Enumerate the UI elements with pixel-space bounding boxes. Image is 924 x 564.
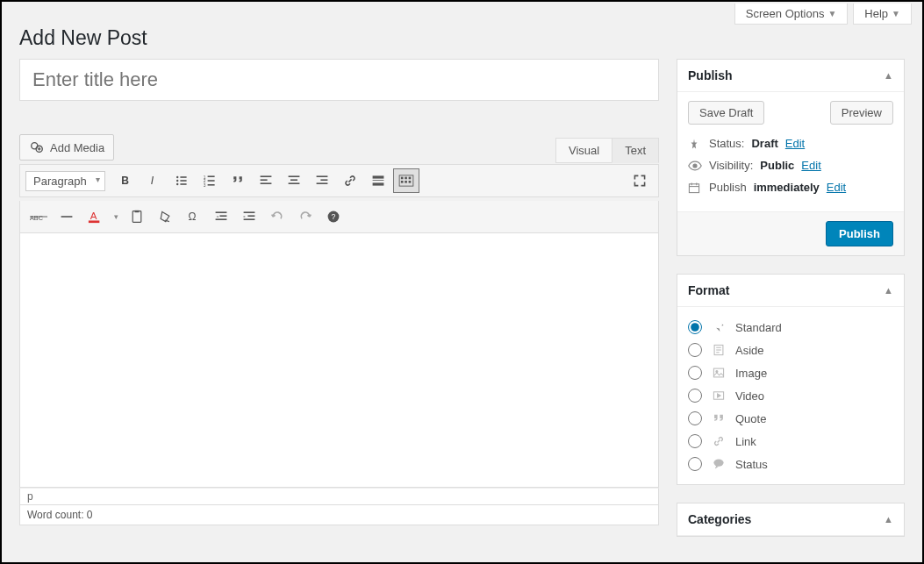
format-aside[interactable]: Aside [688, 339, 893, 361]
fullscreen-button[interactable] [627, 168, 653, 193]
read-more-button[interactable] [365, 168, 391, 193]
word-count: Word count: 0 [19, 505, 659, 525]
svg-rect-43 [216, 211, 227, 213]
indent-button[interactable] [236, 204, 262, 229]
publish-button[interactable]: Publish [826, 221, 893, 246]
edit-schedule-link[interactable]: Edit [827, 181, 846, 194]
editor-tab-text[interactable]: Text [612, 138, 659, 163]
link-icon [711, 435, 727, 447]
format-quote[interactable]: Quote [688, 407, 893, 430]
text-color-dropdown[interactable]: ▾ [110, 204, 122, 229]
horizontal-rule-button[interactable] [54, 204, 80, 229]
blockquote-button[interactable] [225, 168, 251, 193]
svg-text:Ω: Ω [188, 211, 196, 223]
pin-icon [688, 138, 702, 150]
format-status[interactable]: Status [688, 453, 893, 475]
edit-visibility-link[interactable]: Edit [801, 159, 820, 172]
align-center-button[interactable] [281, 168, 307, 193]
svg-rect-45 [216, 218, 227, 220]
chevron-down-icon: ▼ [827, 9, 836, 18]
collapse-icon[interactable]: ▲ [884, 514, 893, 525]
text-color-button[interactable]: A [82, 204, 108, 229]
italic-button[interactable]: I [140, 168, 167, 193]
editor-tab-visual[interactable]: Visual [555, 138, 612, 163]
undo-button[interactable] [264, 204, 290, 229]
svg-point-8 [176, 183, 178, 185]
collapse-icon[interactable]: ▲ [884, 285, 893, 296]
svg-text:B: B [121, 175, 129, 187]
paragraph-select[interactable]: Paragraph [25, 171, 105, 191]
image-icon [711, 367, 727, 379]
document-icon [711, 344, 727, 356]
numbered-list-button[interactable]: 123 [197, 168, 223, 193]
svg-rect-22 [316, 175, 327, 177]
screen-options-tab[interactable]: Screen Options▼ [734, 4, 849, 25]
svg-rect-26 [372, 180, 383, 181]
svg-rect-25 [372, 175, 383, 178]
special-char-button[interactable]: Ω [180, 204, 206, 229]
svg-point-51 [693, 164, 697, 168]
add-media-button[interactable]: Add Media [19, 134, 114, 161]
calendar-icon [688, 182, 702, 194]
svg-rect-40 [133, 211, 141, 223]
bullet-list-button[interactable] [168, 168, 195, 193]
format-standard[interactable]: Standard [688, 316, 893, 339]
publish-box: Publish ▲ Save Draft Preview Status: Dra… [677, 59, 905, 256]
redo-button[interactable] [292, 204, 319, 229]
save-draft-button[interactable]: Save Draft [688, 101, 764, 125]
quote-icon [711, 412, 727, 425]
format-title: Format [688, 283, 729, 297]
format-link[interactable]: Link [688, 430, 893, 453]
svg-rect-5 [180, 176, 186, 178]
svg-rect-29 [401, 177, 404, 180]
categories-title: Categories [688, 512, 751, 526]
svg-rect-15 [207, 184, 214, 186]
keyboard-help-button[interactable]: ? [320, 204, 347, 229]
svg-point-63 [713, 459, 723, 466]
paste-text-button[interactable] [124, 204, 150, 229]
eye-icon [688, 161, 702, 171]
categories-box: Categories ▲ [677, 503, 905, 537]
align-left-button[interactable] [253, 168, 279, 193]
svg-rect-32 [401, 181, 404, 183]
svg-rect-18 [260, 182, 271, 184]
svg-rect-33 [405, 181, 407, 183]
pushpin-icon [711, 321, 727, 333]
svg-rect-23 [320, 179, 327, 181]
collapse-icon[interactable]: ▲ [884, 70, 893, 81]
bold-button[interactable]: B [112, 168, 139, 193]
svg-rect-17 [260, 179, 267, 181]
preview-button[interactable]: Preview [830, 101, 893, 125]
editor-content[interactable] [19, 233, 659, 488]
svg-text:I: I [151, 175, 154, 187]
post-title-input[interactable] [19, 59, 659, 101]
svg-rect-13 [207, 180, 214, 182]
align-right-button[interactable] [309, 168, 335, 193]
link-button[interactable] [337, 168, 363, 193]
svg-rect-31 [408, 177, 411, 180]
toolbar-toggle-button[interactable] [393, 168, 419, 193]
svg-rect-34 [408, 181, 411, 183]
svg-rect-52 [689, 183, 698, 192]
svg-rect-46 [244, 211, 255, 213]
help-tab[interactable]: Help▼ [853, 4, 912, 25]
outdent-button[interactable] [208, 204, 234, 229]
svg-rect-39 [89, 220, 99, 223]
svg-text:A: A [90, 211, 97, 221]
strikethrough-button[interactable]: ABC [25, 204, 52, 229]
format-image[interactable]: Image [688, 361, 893, 384]
format-video[interactable]: Video [688, 384, 893, 407]
svg-rect-47 [247, 215, 254, 217]
svg-rect-11 [207, 175, 214, 177]
chevron-down-icon: ▼ [892, 9, 900, 18]
svg-rect-41 [135, 211, 140, 212]
svg-text:3: 3 [204, 183, 206, 188]
svg-point-4 [176, 176, 178, 178]
svg-rect-37 [61, 216, 73, 218]
clear-formatting-button[interactable] [152, 204, 178, 229]
editor-path: p [19, 488, 659, 505]
edit-status-link[interactable]: Edit [785, 137, 805, 150]
svg-rect-30 [405, 177, 407, 180]
publish-title: Publish [688, 68, 733, 82]
svg-rect-16 [260, 175, 271, 177]
